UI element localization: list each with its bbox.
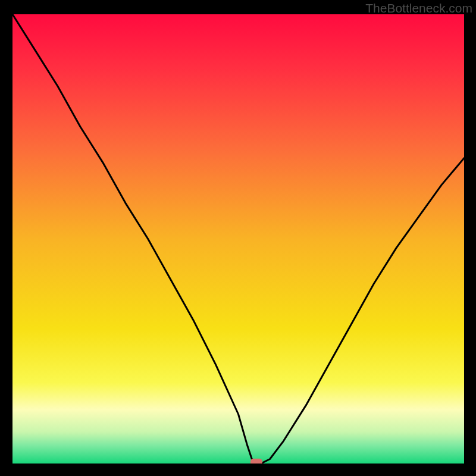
gradient-background — [12, 14, 464, 464]
watermark-text: TheBottleneck.com — [365, 1, 472, 15]
bottleneck-chart — [12, 14, 464, 464]
optimal-marker — [250, 459, 262, 464]
chart-area — [12, 14, 464, 464]
